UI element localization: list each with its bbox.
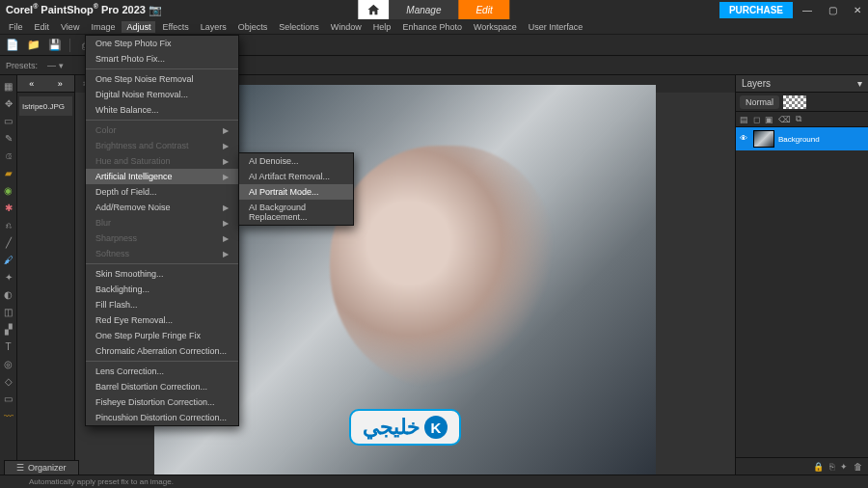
navigator-tab[interactable]: »: [46, 75, 75, 92]
mode-manage-button[interactable]: Manage: [389, 0, 458, 19]
submenu-arrow-icon: ▶: [223, 126, 229, 135]
shape-tool-icon[interactable]: ◇: [2, 374, 15, 388]
menu-adjust[interactable]: Adjust: [122, 21, 155, 33]
visibility-icon[interactable]: 👁: [740, 134, 749, 144]
navigation-panel: « » Istripe0.JPG: [17, 75, 75, 474]
text-tool-icon[interactable]: T: [2, 339, 15, 353]
mi-ai-portrait-mode[interactable]: AI Portrait Mode...: [239, 184, 353, 200]
move-tool-icon[interactable]: ✥: [2, 96, 15, 110]
airbrush-icon[interactable]: ✦: [2, 270, 15, 284]
home-button[interactable]: [358, 0, 389, 19]
mi-sharpness[interactable]: Sharpness▶: [86, 230, 238, 246]
dropper-tool-icon[interactable]: ✎: [2, 131, 15, 145]
blend-mode-dropdown[interactable]: Normal: [740, 95, 779, 109]
layer-trash-icon[interactable]: 🗑: [854, 462, 862, 472]
mi-depth-of-field[interactable]: Depth of Field...: [86, 184, 238, 200]
mi-lens-correction[interactable]: Lens Correction...: [86, 364, 238, 379]
mi-pincushion-distortion[interactable]: Pincushion Distortion Correction...: [86, 410, 238, 425]
menu-view[interactable]: View: [56, 21, 84, 33]
layer-link-icon[interactable]: ⎘: [829, 462, 834, 472]
straighten-tool-icon[interactable]: ▰: [2, 166, 15, 179]
mi-red-eye-removal[interactable]: Red Eye Removal...: [86, 312, 238, 328]
new-group-icon[interactable]: ▣: [765, 115, 773, 124]
crop-tool-icon[interactable]: ⟃: [2, 149, 15, 162]
red-eye-tool-icon[interactable]: ◉: [2, 183, 15, 197]
mi-color[interactable]: Color▶: [86, 122, 238, 138]
layer-row-background[interactable]: 👁 Background: [736, 127, 868, 150]
watermark-badge: K: [424, 416, 448, 439]
mi-hue-saturation[interactable]: Hue and Saturation▶: [86, 153, 238, 169]
eraser-tool-icon[interactable]: ◫: [2, 305, 15, 318]
mi-skin-smoothing[interactable]: Skin Smoothing...: [86, 266, 238, 282]
new-file-icon[interactable]: 📄: [6, 39, 19, 52]
toolbar-separator: [69, 39, 70, 52]
clone-tool-icon[interactable]: ⎌: [2, 218, 15, 231]
menu-help[interactable]: Help: [368, 21, 396, 33]
pan-tool-icon[interactable]: ▦: [2, 79, 15, 93]
mi-digital-noise-removal[interactable]: Digital Noise Removal...: [86, 87, 238, 102]
menu-objects[interactable]: Objects: [233, 21, 273, 33]
mi-blur[interactable]: Blur▶: [86, 215, 238, 230]
menu-workspace[interactable]: Workspace: [469, 21, 522, 33]
delete-layer-icon[interactable]: ⌫: [778, 115, 791, 124]
mi-backlighting[interactable]: Backlighting...: [86, 282, 238, 297]
close-button[interactable]: ✕: [847, 0, 868, 19]
menu-bar: File Edit View Image Adjust Effects Laye…: [0, 19, 868, 35]
mi-artificial-intelligence[interactable]: Artificial Intelligence▶: [86, 169, 238, 184]
makeover-tool-icon[interactable]: ✱: [2, 201, 15, 214]
duplicate-layer-icon[interactable]: ⧉: [796, 114, 801, 124]
new-mask-icon[interactable]: ◻: [753, 115, 760, 124]
menu-user-interface[interactable]: User Interface: [524, 21, 588, 33]
menu-selections[interactable]: Selections: [274, 21, 324, 33]
presets-dropdown[interactable]: — ▾: [47, 61, 64, 70]
organizer-icon: ☰: [16, 463, 24, 473]
frame-tool-icon[interactable]: ▭: [2, 392, 15, 405]
menu-enhance-photo[interactable]: Enhance Photo: [397, 21, 467, 33]
layers-panel-title: Layers: [742, 78, 771, 89]
open-folder-icon[interactable]: 📁: [27, 39, 41, 52]
mi-one-step-purple-fringe[interactable]: One Step Purple Fringe Fix: [86, 328, 238, 343]
layer-style-icon[interactable]: ✦: [840, 462, 848, 472]
status-hint: Automatically apply preset fix to an ima…: [29, 477, 174, 486]
paint-brush-icon[interactable]: 🖌: [2, 253, 15, 266]
maximize-button[interactable]: ▢: [822, 0, 843, 19]
mi-barrel-distortion[interactable]: Barrel Distortion Correction...: [86, 379, 238, 394]
lighten-darken-icon[interactable]: ◐: [2, 287, 15, 301]
menu-window[interactable]: Window: [326, 21, 366, 33]
scratch-tool-icon[interactable]: ╱: [2, 235, 15, 249]
document-tab[interactable]: Istripe0.JPG: [19, 96, 72, 116]
submenu-arrow-icon: ▶: [223, 157, 229, 166]
mi-add-remove-noise[interactable]: Add/Remove Noise▶: [86, 200, 238, 215]
mi-ai-artifact-removal[interactable]: AI Artifact Removal...: [239, 169, 353, 184]
menu-layers[interactable]: Layers: [196, 21, 231, 33]
mi-brightness-contrast[interactable]: Brightness and Contrast▶: [86, 138, 238, 153]
mi-ai-background-replacement[interactable]: AI Background Replacement...: [239, 200, 353, 225]
mi-chromatic-aberration[interactable]: Chromatic Aberration Correction...: [86, 343, 238, 359]
save-icon[interactable]: 💾: [48, 39, 62, 52]
mi-ai-denoise[interactable]: AI Denoise...: [239, 153, 353, 169]
flood-fill-icon[interactable]: ▞: [2, 322, 15, 336]
new-layer-icon[interactable]: ▤: [740, 115, 748, 124]
mi-softness[interactable]: Softness▶: [86, 246, 238, 261]
mi-one-step-photo-fix[interactable]: One Step Photo Fix: [86, 36, 238, 51]
panel-menu-icon[interactable]: ▾: [857, 78, 862, 89]
menu-image[interactable]: Image: [86, 21, 120, 33]
mi-one-step-noise-removal[interactable]: One Step Noise Removal: [86, 71, 238, 87]
history-tab[interactable]: «: [17, 75, 46, 92]
organizer-tab[interactable]: ☰ Organizer: [4, 460, 79, 474]
oil-brush-icon[interactable]: 〰: [2, 409, 15, 422]
mi-smart-photo-fix[interactable]: Smart Photo Fix...: [86, 51, 238, 67]
selection-tool-icon[interactable]: ▭: [2, 114, 15, 127]
watermark-text: خليجي: [363, 415, 420, 440]
mode-edit-button[interactable]: Edit: [458, 0, 509, 19]
menu-edit[interactable]: Edit: [30, 21, 55, 33]
layer-lock-icon[interactable]: 🔒: [813, 462, 824, 472]
minimize-button[interactable]: —: [797, 0, 818, 19]
mi-fisheye-distortion[interactable]: Fisheye Distortion Correction...: [86, 394, 238, 410]
mi-fill-flash[interactable]: Fill Flash...: [86, 297, 238, 312]
menu-file[interactable]: File: [4, 21, 28, 33]
menu-effects[interactable]: Effects: [157, 21, 193, 33]
purchase-button[interactable]: PURCHASE: [719, 2, 793, 18]
mi-white-balance[interactable]: White Balance...: [86, 102, 238, 118]
picture-tube-icon[interactable]: ◎: [2, 357, 15, 370]
